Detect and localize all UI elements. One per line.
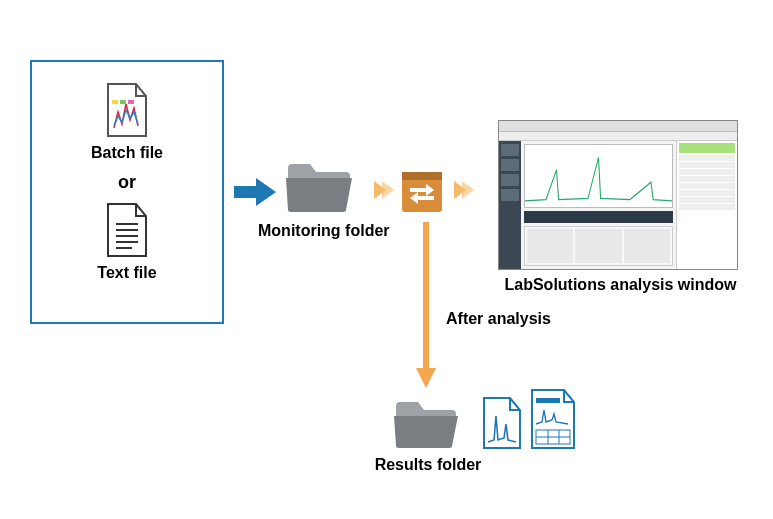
chevron-right-icon (370, 177, 396, 207)
result-chromatogram-file-icon (480, 396, 524, 456)
batch-file-label: Batch file (32, 144, 222, 162)
arrow-down-orange-icon (414, 222, 438, 394)
transfer-icon (400, 170, 444, 218)
results-folder-icon (392, 398, 460, 456)
text-file-label: Text file (32, 264, 222, 282)
svg-rect-0 (112, 100, 118, 104)
batch-file-icon (104, 82, 150, 144)
text-file-icon (104, 202, 150, 264)
svg-rect-9 (402, 172, 442, 180)
results-folder-label: Results folder (372, 456, 484, 474)
svg-rect-10 (423, 222, 429, 370)
analysis-window-label: LabSolutions analysis window (498, 276, 743, 294)
arrow-blue-icon (232, 172, 280, 216)
or-label: or (32, 172, 222, 193)
after-analysis-label: After analysis (446, 310, 551, 328)
monitoring-folder-label: Monitoring folder (258, 222, 388, 240)
result-report-file-icon (528, 388, 578, 456)
input-files-box: Batch file or Text file (30, 60, 224, 324)
monitoring-folder-icon (284, 160, 354, 220)
svg-rect-2 (128, 100, 134, 104)
svg-rect-1 (120, 100, 126, 104)
analysis-window-icon (498, 120, 738, 270)
svg-rect-11 (536, 398, 560, 403)
chevron-right-icon (450, 177, 476, 207)
